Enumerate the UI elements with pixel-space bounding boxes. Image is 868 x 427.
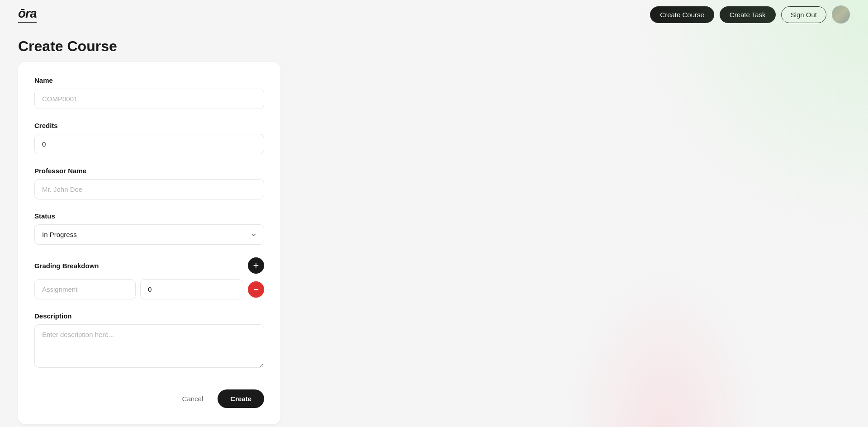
avatar-image: [832, 5, 850, 24]
logo[interactable]: ōra: [18, 6, 37, 23]
professor-group: Professor Name: [34, 167, 264, 199]
grading-group: Grading Breakdown + −: [34, 257, 264, 299]
description-textarea[interactable]: [34, 324, 264, 368]
grading-value-input[interactable]: [140, 279, 243, 299]
navbar: ōra Create Course Create Task Sign Out: [0, 0, 868, 29]
description-label: Description: [34, 312, 264, 320]
grading-row: −: [34, 279, 264, 299]
create-button[interactable]: Create: [218, 389, 264, 408]
create-course-form: Name Credits Professor Name Status In Pr…: [18, 62, 280, 424]
credits-input[interactable]: [34, 134, 264, 154]
status-label: Status: [34, 212, 264, 220]
remove-grading-button[interactable]: −: [248, 281, 264, 298]
form-actions: Cancel Create: [34, 382, 264, 408]
name-input[interactable]: [34, 89, 264, 109]
sign-out-button[interactable]: Sign Out: [781, 6, 826, 23]
grading-label: Grading Breakdown: [34, 262, 99, 270]
status-select[interactable]: In Progress Completed Not Started: [34, 224, 264, 245]
page-title: Create Course: [0, 29, 868, 62]
grading-header: Grading Breakdown +: [34, 257, 264, 274]
cancel-button[interactable]: Cancel: [175, 390, 211, 407]
professor-input[interactable]: [34, 179, 264, 199]
avatar[interactable]: [832, 5, 850, 24]
description-group: Description: [34, 312, 264, 370]
credits-label: Credits: [34, 122, 264, 129]
create-task-button[interactable]: Create Task: [720, 6, 776, 23]
grading-name-input[interactable]: [34, 279, 136, 299]
create-course-button[interactable]: Create Course: [650, 6, 714, 23]
nav-actions: Create Course Create Task Sign Out: [650, 5, 850, 24]
name-label: Name: [34, 76, 264, 84]
plus-icon: +: [253, 261, 259, 270]
professor-label: Professor Name: [34, 167, 264, 175]
credits-group: Credits: [34, 122, 264, 154]
status-group: Status In Progress Completed Not Started: [34, 212, 264, 245]
add-grading-button[interactable]: +: [248, 257, 264, 274]
name-group: Name: [34, 76, 264, 109]
minus-icon: −: [253, 285, 259, 294]
